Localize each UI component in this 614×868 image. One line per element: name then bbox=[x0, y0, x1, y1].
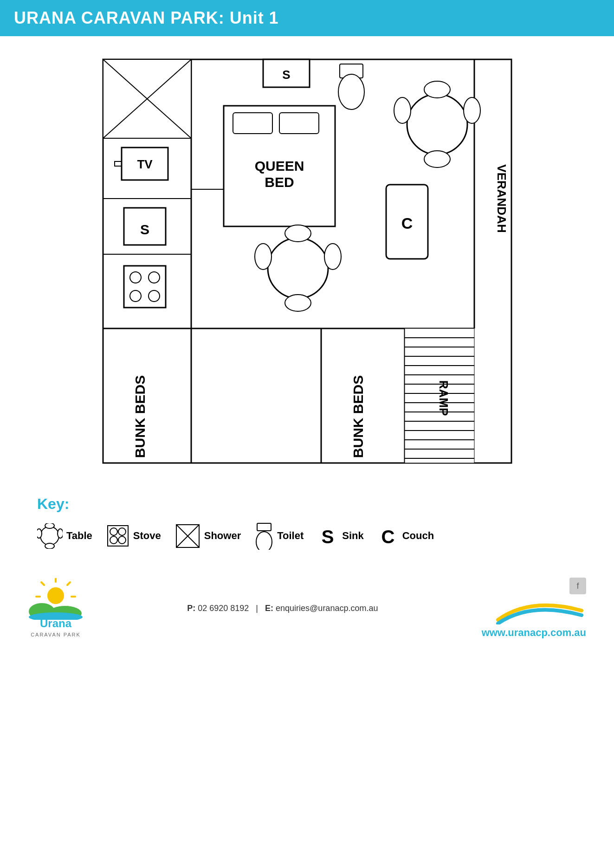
svg-text:QUEEN: QUEEN bbox=[254, 158, 304, 174]
svg-point-18 bbox=[130, 290, 141, 302]
svg-point-81 bbox=[47, 587, 64, 604]
table-icon bbox=[37, 523, 63, 549]
svg-point-40 bbox=[424, 151, 450, 167]
svg-text:S: S bbox=[140, 222, 149, 237]
logo: Urana CARAVAN PARK bbox=[28, 578, 84, 638]
sink-icon: S bbox=[317, 526, 338, 547]
key-title: Key: bbox=[37, 495, 577, 513]
page-title: URANA CARAVAN PARK: Unit 1 bbox=[14, 8, 600, 28]
svg-point-39 bbox=[464, 97, 480, 123]
email-label: E: bbox=[265, 604, 273, 613]
svg-text:VERANDAH: VERANDAH bbox=[495, 164, 509, 232]
footer-left: Urana CARAVAN PARK bbox=[28, 578, 84, 638]
logo-sub: CARAVAN PARK bbox=[31, 632, 81, 637]
key-couch-label: Couch bbox=[402, 530, 434, 542]
svg-text:TV: TV bbox=[137, 157, 153, 171]
svg-text:RAMP: RAMP bbox=[437, 380, 451, 416]
svg-point-64 bbox=[40, 527, 59, 545]
footer-contact: P: 02 6920 8192 | E: enquiries@uranacp.c… bbox=[187, 604, 378, 613]
svg-point-32 bbox=[324, 244, 341, 270]
svg-text:C: C bbox=[381, 527, 394, 547]
key-shower-label: Shower bbox=[204, 530, 241, 542]
svg-rect-27 bbox=[279, 113, 319, 134]
key-section: Key: Table bbox=[37, 495, 577, 550]
svg-point-72 bbox=[110, 536, 117, 544]
floorplan-container: TV S S QUEEN BED bbox=[0, 55, 614, 472]
couch-icon: C bbox=[378, 526, 399, 547]
key-item-table: Table bbox=[37, 523, 92, 549]
svg-line-86 bbox=[41, 582, 44, 585]
svg-point-68 bbox=[37, 529, 42, 538]
svg-point-73 bbox=[118, 536, 126, 544]
svg-point-67 bbox=[45, 543, 54, 549]
logo-text: Urana bbox=[40, 617, 71, 630]
svg-text:C: C bbox=[401, 214, 413, 232]
header: URANA CARAVAN PARK: Unit 1 bbox=[0, 0, 614, 36]
svg-point-70 bbox=[110, 528, 117, 535]
phone-number: 02 6920 8192 bbox=[198, 604, 249, 613]
svg-point-66 bbox=[58, 529, 63, 538]
svg-text:BED: BED bbox=[265, 174, 294, 190]
svg-rect-69 bbox=[108, 526, 128, 546]
toilet-icon bbox=[255, 522, 273, 550]
svg-rect-15 bbox=[124, 266, 166, 308]
svg-point-17 bbox=[149, 272, 160, 283]
website-url: www.uranacp.com.au bbox=[482, 627, 586, 639]
svg-line-83 bbox=[67, 582, 70, 585]
svg-text:S: S bbox=[282, 68, 290, 82]
key-table-label: Table bbox=[66, 530, 92, 542]
svg-point-31 bbox=[285, 225, 311, 242]
phone-label: P: bbox=[187, 604, 195, 613]
swoosh-logo bbox=[493, 597, 586, 624]
key-toilet-label: Toilet bbox=[277, 530, 304, 542]
stove-icon bbox=[106, 524, 129, 547]
svg-point-37 bbox=[407, 94, 467, 154]
key-stove-label: Stove bbox=[133, 530, 161, 542]
svg-point-24 bbox=[338, 74, 364, 109]
svg-rect-77 bbox=[257, 523, 271, 531]
svg-point-34 bbox=[255, 244, 271, 270]
svg-point-78 bbox=[256, 532, 272, 550]
svg-text:S: S bbox=[322, 527, 334, 547]
svg-point-16 bbox=[130, 272, 141, 283]
svg-point-38 bbox=[424, 81, 450, 98]
floorplan-svg: TV S S QUEEN BED bbox=[98, 55, 516, 472]
separator: | bbox=[256, 604, 258, 613]
svg-point-71 bbox=[118, 528, 126, 535]
shower-icon bbox=[175, 523, 200, 549]
key-sink-label: Sink bbox=[342, 530, 363, 542]
svg-point-65 bbox=[45, 523, 54, 528]
key-item-sink: S Sink bbox=[317, 526, 363, 547]
svg-point-33 bbox=[285, 295, 311, 311]
footer-right: f www.uranacp.com.au bbox=[482, 578, 586, 639]
svg-rect-26 bbox=[233, 113, 272, 134]
key-item-couch: C Couch bbox=[378, 526, 434, 547]
svg-text:BUNK BEDS: BUNK BEDS bbox=[132, 375, 148, 458]
key-item-toilet: Toilet bbox=[255, 522, 304, 550]
svg-point-19 bbox=[149, 290, 160, 302]
facebook-icon[interactable]: f bbox=[569, 578, 586, 594]
footer: Urana CARAVAN PARK P: 02 6920 8192 | E: … bbox=[0, 564, 614, 653]
svg-point-41 bbox=[394, 97, 411, 123]
email-address: enquiries@uranacp.com.au bbox=[276, 604, 378, 613]
svg-text:BUNK BEDS: BUNK BEDS bbox=[350, 375, 366, 458]
key-items: Table Stove bbox=[37, 522, 577, 550]
svg-point-30 bbox=[268, 238, 328, 298]
key-item-shower: Shower bbox=[175, 523, 241, 549]
key-item-stove: Stove bbox=[106, 524, 161, 547]
